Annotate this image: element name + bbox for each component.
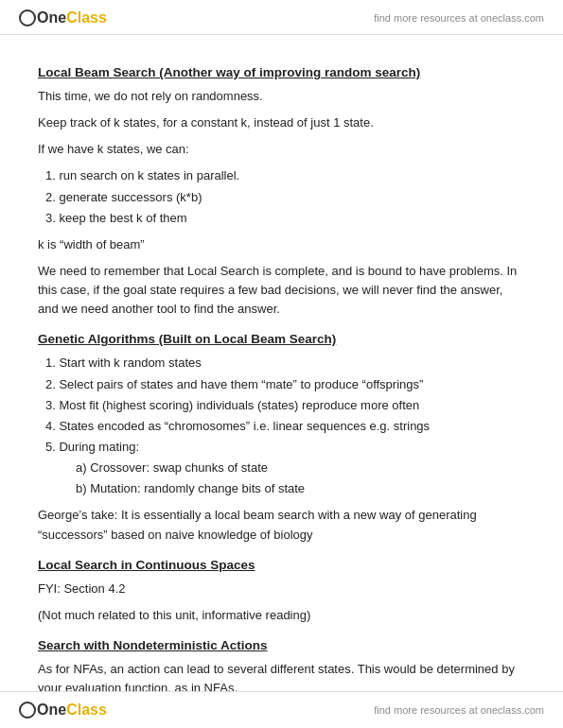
main-content: Local Beam Search (Another way of improv… [0, 35, 563, 722]
list-item-most-fit: 3. Most fit (highest scoring) individual… [45, 396, 525, 415]
page-header: OneClass find more resources at oneclass… [0, 0, 563, 35]
logo-circle-icon [19, 9, 36, 26]
list-item-select-pairs: 2. Select pairs of states and have them … [45, 375, 525, 394]
section-continuous-spaces: Local Search in Continuous Spaces FYI: S… [38, 558, 525, 625]
section-genetic-algorithms: Genetic Algorithms (Built on Local Beam … [38, 332, 525, 544]
paragraph-if-k-states: If we have k states, we can: [38, 140, 525, 159]
paragraph-fyi-section: FYI: Section 4.2 [38, 580, 525, 598]
page-footer: OneClass find more resources at oneclass… [0, 691, 563, 728]
footer-logo-class: Class [66, 702, 107, 719]
footer-logo: OneClass [19, 702, 107, 719]
paragraph-george-take: George’s take: It is essentially a local… [38, 506, 525, 544]
footer-logo-circle-icon [19, 702, 36, 719]
paragraph-not-much-related: (Not much related to this unit, informat… [38, 606, 525, 625]
list-item-chromosomes: 4. States encoded as “chromosomes” i.e. … [45, 417, 525, 436]
section-local-beam-search: Local Beam Search (Another way of improv… [38, 65, 525, 319]
list-item-run-search: 1. run search on k states in parallel. [45, 166, 525, 185]
list-item-k-random: 1. Start with k random states [45, 354, 525, 373]
footer-tagline: find more resources at oneclass.com [374, 704, 544, 716]
header-tagline: find more resources at oneclass.com [374, 12, 544, 24]
list-item-during-mating: 5. During mating: [45, 438, 525, 457]
section-heading-nondeterministic: Search with Nondeterministic Actions [38, 638, 525, 652]
section-heading-local-beam: Local Beam Search (Another way of improv… [38, 65, 525, 79]
list-item-generate-successors: 2. generate successors (k*b) [45, 188, 525, 207]
paragraph-local-search-summary: We need to remember that Local Search is… [38, 262, 525, 319]
logo-class-text: Class [66, 9, 107, 26]
section-heading-genetic: Genetic Algorithms (Built on Local Beam … [38, 332, 525, 346]
sub-list-item-crossover: a) Crossover: swap chunks of state [76, 459, 525, 477]
logo: OneClass [19, 9, 107, 26]
logo-one-text: One [37, 9, 66, 26]
section-heading-continuous: Local Search in Continuous Spaces [38, 558, 525, 572]
paragraph-no-randomness: This time, we do not rely on randomness. [38, 87, 525, 106]
section-nondeterministic: Search with Nondeterministic Actions As … [38, 638, 525, 698]
paragraph-width-of-beam: k is “width of beam” [38, 235, 525, 254]
paragraph-keep-track: Keep track of k states, for a constant k… [38, 113, 525, 132]
sub-list-item-mutation: b) Mutation: randomly change bits of sta… [76, 479, 525, 498]
footer-logo-one: One [37, 702, 66, 719]
list-item-keep-best: 3. keep the best k of them [45, 209, 525, 228]
